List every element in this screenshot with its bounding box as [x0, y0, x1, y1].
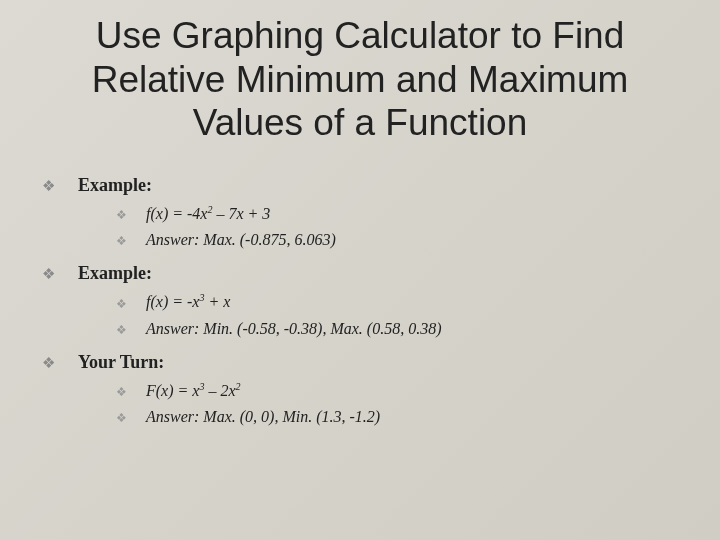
answer-text: Answer: Max. (0, 0), Min. (1.3, -1.2): [146, 408, 380, 426]
diamond-bullet-icon: ❖: [116, 385, 146, 400]
list-item: ❖ f(x) = -4x2 – 7x + 3: [40, 204, 680, 223]
diamond-bullet-icon: ❖: [116, 297, 146, 312]
section-heading-label: Example:: [78, 263, 152, 284]
list-item: ❖ Answer: Max. (-0.875, 6.063): [40, 231, 680, 249]
diamond-bullet-icon: ❖: [40, 177, 78, 195]
diamond-bullet-icon: ❖: [40, 265, 78, 283]
answer-text: Answer: Max. (-0.875, 6.063): [146, 231, 336, 249]
equation-text: F(x) = x3 – 2x2: [146, 381, 241, 400]
section-heading: ❖ Your Turn:: [40, 352, 680, 373]
diamond-bullet-icon: ❖: [40, 354, 78, 372]
diamond-bullet-icon: ❖: [116, 208, 146, 223]
equation-text: f(x) = -4x2 – 7x + 3: [146, 204, 270, 223]
list-item: ❖ F(x) = x3 – 2x2: [40, 381, 680, 400]
section-heading: ❖ Example:: [40, 175, 680, 196]
equation-text: f(x) = -x3 + x: [146, 292, 230, 311]
slide-title: Use Graphing Calculator to Find Relative…: [40, 14, 680, 145]
diamond-bullet-icon: ❖: [116, 323, 146, 338]
section-heading-label: Example:: [78, 175, 152, 196]
section-heading-label: Your Turn:: [78, 352, 164, 373]
diamond-bullet-icon: ❖: [116, 234, 146, 249]
list-item: ❖ f(x) = -x3 + x: [40, 292, 680, 311]
list-item: ❖ Answer: Max. (0, 0), Min. (1.3, -1.2): [40, 408, 680, 426]
list-item: ❖ Answer: Min. (-0.58, -0.38), Max. (0.5…: [40, 320, 680, 338]
section-heading: ❖ Example:: [40, 263, 680, 284]
slide: Use Graphing Calculator to Find Relative…: [0, 0, 720, 540]
slide-content: ❖ Example: ❖ f(x) = -4x2 – 7x + 3 ❖ Answ…: [40, 175, 680, 426]
diamond-bullet-icon: ❖: [116, 411, 146, 426]
answer-text: Answer: Min. (-0.58, -0.38), Max. (0.58,…: [146, 320, 442, 338]
